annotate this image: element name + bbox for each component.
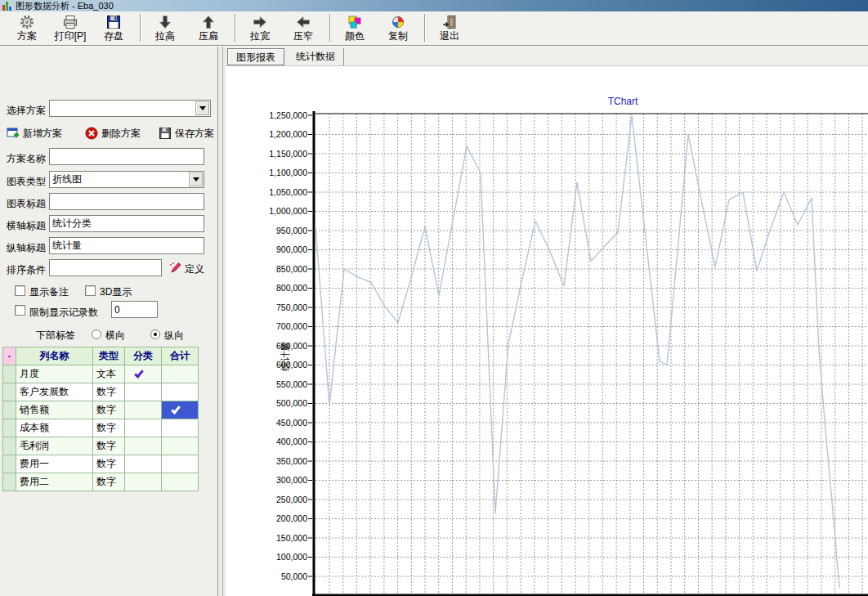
chevron-down-icon[interactable] — [195, 101, 209, 115]
toolbar-button-gear[interactable]: 方案 — [8, 13, 46, 44]
x-axis-title-input[interactable] — [49, 215, 204, 232]
toolbar-button-copy[interactable]: 复制 — [379, 13, 417, 44]
save-scheme-button[interactable]: 保存方案 — [159, 126, 214, 141]
chart-title-input[interactable] — [49, 193, 204, 210]
column-type-cell[interactable]: 数字 — [93, 401, 125, 419]
chart-type-combobox[interactable]: 折线图 — [49, 171, 204, 188]
column-type-cell[interactable]: 数字 — [93, 473, 125, 491]
horizontal-radio[interactable] — [92, 329, 101, 339]
pencil-icon[interactable] — [168, 260, 183, 277]
category-cell[interactable] — [125, 401, 162, 419]
tab-statistics-data[interactable]: 统计数据 — [288, 48, 344, 65]
total-cell[interactable] — [162, 401, 199, 419]
column-type-cell[interactable]: 数字 — [93, 455, 125, 473]
toolbar-button-printer[interactable]: 打印[P] — [51, 13, 89, 44]
row-selector-cell[interactable] — [3, 401, 16, 419]
vertical-radio[interactable] — [150, 329, 160, 339]
select-scheme-combobox[interactable] — [49, 100, 211, 117]
column-name-cell[interactable]: 毛利润 — [16, 437, 93, 455]
category-cell[interactable] — [125, 419, 162, 437]
total-cell[interactable] — [162, 473, 199, 491]
column-type-cell[interactable]: 数字 — [93, 419, 125, 437]
table-row[interactable]: 费用一数字 — [3, 455, 199, 473]
row-selector-cell[interactable] — [3, 383, 16, 401]
y-tick-label: 1,100,000 — [269, 168, 307, 177]
left-panel: 选择方案 新增方案 删除方案 — [0, 47, 218, 596]
show-3d-label[interactable]: 3D显示 — [100, 285, 132, 299]
column-name-cell[interactable]: 客户发展数 — [16, 383, 93, 401]
column-header[interactable]: 列名称 — [16, 347, 93, 365]
delete-scheme-button[interactable]: 删除方案 — [85, 126, 141, 141]
limit-records-input[interactable] — [111, 301, 158, 318]
toolbar-button-arrow-left[interactable]: 压窄 — [284, 13, 322, 44]
horizontal-radio-label[interactable]: 横向 — [105, 329, 125, 343]
total-cell[interactable] — [162, 365, 199, 383]
y-tick-label: 500,000 — [276, 398, 307, 408]
table-row[interactable]: 费用二数字 — [3, 473, 199, 491]
scheme-name-label: 方案名称 — [7, 152, 46, 166]
chart-type-label: 图表类型 — [7, 175, 46, 189]
limit-records-label[interactable]: 限制显示记录数 — [29, 306, 98, 320]
column-name-cell[interactable]: 成本额 — [16, 419, 93, 437]
table-row[interactable]: 销售额数字 — [3, 401, 199, 419]
toolbar-button-floppy[interactable]: 存盘 — [95, 13, 132, 44]
table-row[interactable]: 毛利润数字 — [3, 437, 199, 455]
sort-condition-input[interactable] — [49, 259, 162, 276]
row-selector-header[interactable]: - — [3, 347, 16, 365]
floppy-icon — [95, 13, 132, 30]
y-axis-title-input[interactable] — [49, 237, 204, 254]
limit-records-checkbox[interactable] — [15, 305, 25, 316]
title-bar: 图形数据分析 - Eba_030 — [0, 0, 868, 11]
total-cell[interactable] — [162, 419, 199, 437]
splitter[interactable] — [219, 47, 226, 596]
category-cell[interactable] — [125, 365, 162, 383]
show-notes-label[interactable]: 显示备注 — [29, 285, 69, 299]
column-header[interactable]: 分类 — [125, 347, 162, 365]
toolbar: 方案打印[P]存盘拉高压扁拉宽压窄颜色复制退出 — [0, 11, 868, 46]
toolbar-button-arrow-right[interactable]: 拉宽 — [241, 13, 279, 44]
total-cell[interactable] — [162, 455, 199, 473]
tab-graph-report[interactable]: 图形报表 — [227, 48, 284, 65]
column-name-cell[interactable]: 费用一 — [16, 455, 93, 473]
y-tick-label: 950,000 — [276, 226, 307, 235]
toolbar-button-palette[interactable]: 颜色 — [336, 13, 374, 44]
column-name-cell[interactable]: 销售额 — [16, 401, 93, 419]
y-tick-label: 550,000 — [276, 379, 307, 389]
row-selector-cell[interactable] — [3, 419, 16, 437]
row-selector-cell[interactable] — [3, 473, 16, 491]
column-type-cell[interactable]: 文本 — [93, 365, 125, 383]
toolbar-button-arrow-down[interactable]: 拉高 — [146, 13, 184, 44]
row-selector-cell[interactable] — [3, 437, 16, 455]
category-cell[interactable] — [125, 383, 162, 401]
table-row[interactable]: 月度文本 — [3, 365, 199, 383]
row-selector-cell[interactable] — [3, 455, 16, 473]
column-type-cell[interactable]: 数字 — [93, 437, 125, 455]
table-row[interactable]: 成本额数字 — [3, 419, 199, 437]
column-name-cell[interactable]: 费用二 — [16, 473, 93, 491]
table-row[interactable]: 客户发展数数字 — [3, 383, 199, 401]
column-type-cell[interactable]: 数字 — [93, 383, 125, 401]
row-selector-cell[interactable] — [3, 365, 16, 383]
vertical-radio-label[interactable]: 纵向 — [164, 329, 184, 343]
scheme-name-input[interactable] — [49, 148, 204, 165]
category-cell[interactable] — [125, 437, 162, 455]
column-header[interactable]: 合计 — [162, 347, 199, 365]
show-notes-checkbox[interactable] — [15, 285, 25, 296]
toolbar-button-exit[interactable]: 退出 — [431, 13, 468, 44]
toolbar-separator — [235, 14, 236, 42]
total-cell[interactable] — [162, 437, 199, 455]
category-cell[interactable] — [125, 455, 162, 473]
y-axis-title-label: 纵轴标题 — [7, 241, 46, 255]
toolbar-button-arrow-up[interactable]: 压扁 — [190, 13, 227, 44]
table-header-row: -列名称类型分类合计 — [3, 347, 199, 365]
column-name-cell[interactable]: 月度 — [16, 365, 93, 383]
category-cell[interactable] — [125, 473, 162, 491]
add-scheme-button[interactable]: 新增方案 — [7, 126, 62, 141]
define-link[interactable]: 定义 — [185, 262, 204, 276]
chevron-down-icon[interactable] — [189, 173, 203, 186]
total-cell[interactable] — [162, 383, 199, 401]
column-header[interactable]: 类型 — [93, 347, 125, 365]
toolbar-separator — [424, 14, 426, 42]
show-3d-checkbox[interactable] — [85, 285, 96, 296]
y-tick-label: 400,000 — [276, 437, 307, 446]
